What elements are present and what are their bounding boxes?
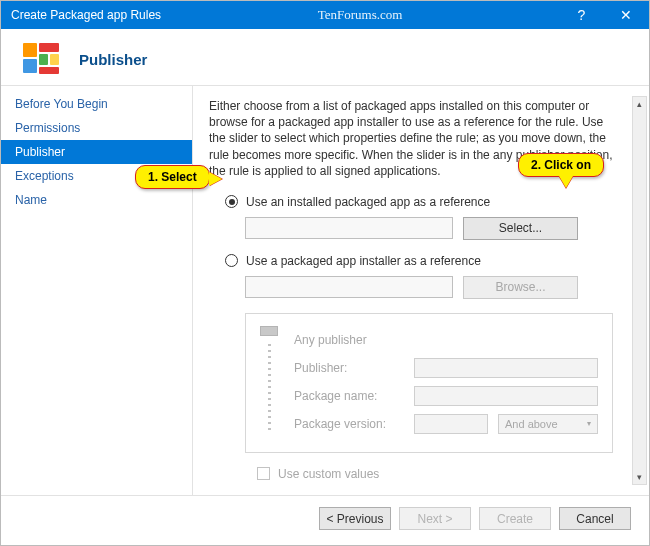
select-button[interactable]: Select... [463,217,578,240]
slider-row-package-name-label: Package name: [294,389,404,403]
main-panel: Either choose from a list of packaged ap… [193,86,649,495]
radio-installer-app[interactable]: Use a packaged app installer as a refere… [225,254,629,268]
version-comparison-select: And above ▾ [498,414,598,434]
previous-button[interactable]: < Previous [319,507,391,530]
radio-installed-app[interactable]: Use an installed packaged app as a refer… [225,195,629,209]
sidebar-item-permissions[interactable]: Permissions [1,116,192,140]
use-custom-values-checkbox [257,467,270,480]
specificity-slider[interactable] [260,326,278,438]
annotation-step-1: 1. Select [135,165,210,189]
window-title: Create Packaged app Rules [11,8,161,22]
chevron-down-icon: ▾ [587,419,591,428]
wizard-footer: < Previous Next > Create Cancel [1,495,649,541]
sidebar-item-before-you-begin[interactable]: Before You Begin [1,92,192,116]
radio-icon[interactable] [225,195,238,208]
use-custom-values-label: Use custom values [278,467,379,481]
next-button: Next > [399,507,471,530]
packaged-app-icon [23,43,61,75]
publisher-field [414,358,598,378]
slider-row-publisher-label: Publisher: [294,361,404,375]
scroll-down-arrow-icon[interactable]: ▾ [633,470,646,484]
annotation-step-2: 2. Click on [518,153,604,177]
titlebar: Create Packaged app Rules TenForums.com … [1,1,649,29]
cancel-button[interactable]: Cancel [559,507,631,530]
slider-row-package-version-label: Package version: [294,417,404,431]
package-version-field [414,414,488,434]
browse-button: Browse... [463,276,578,299]
use-custom-values-checkbox-row: Use custom values [257,467,629,481]
scroll-up-arrow-icon[interactable]: ▴ [633,97,646,111]
installed-app-reference-field [245,217,453,239]
vertical-scrollbar[interactable]: ▴ ▾ [632,96,647,485]
page-header: Publisher [1,29,649,85]
radio-installed-label: Use an installed packaged app as a refer… [246,195,490,209]
installer-reference-field [245,276,453,298]
slider-row-any-publisher: Any publisher [294,333,404,347]
sidebar-item-publisher[interactable]: Publisher [1,140,192,164]
wizard-steps-sidebar: Before You Begin Permissions Publisher E… [1,86,193,495]
help-icon[interactable]: ? [559,1,604,29]
radio-icon[interactable] [225,254,238,267]
close-icon[interactable]: ✕ [604,1,649,29]
watermark: TenForums.com [318,7,403,23]
radio-installer-label: Use a packaged app installer as a refere… [246,254,481,268]
publisher-slider-panel: Any publisher Publisher: Package name: P… [245,313,613,453]
sidebar-item-name[interactable]: Name [1,188,192,212]
package-name-field [414,386,598,406]
page-title: Publisher [79,51,147,68]
create-button: Create [479,507,551,530]
slider-thumb[interactable] [260,326,278,336]
